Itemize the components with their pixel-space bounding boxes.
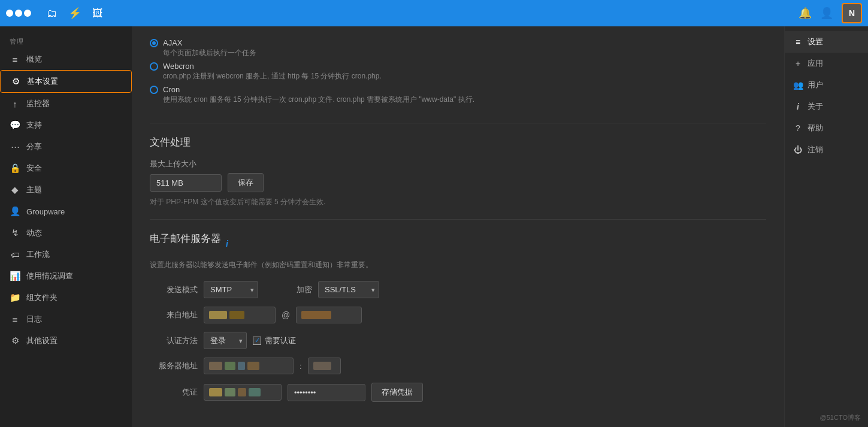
- rs-item-settings[interactable]: ≡ 设置: [785, 31, 868, 53]
- usage-survey-icon: 📊: [10, 271, 20, 281]
- file-handling-section: 文件处理 最大上传大小 保存 对于 PHP-FPM 这个值改变后可能需要 5 分…: [150, 135, 766, 207]
- colon-separator: :: [300, 362, 302, 371]
- sidebar-item-theme-label: 主题: [26, 184, 42, 195]
- cron-radio[interactable]: [150, 86, 158, 94]
- activity-icon[interactable]: ⚡: [68, 7, 81, 20]
- server-port-input[interactable]: [308, 358, 341, 374]
- store-credentials-button[interactable]: 存储凭据: [371, 383, 423, 402]
- sidebar-item-logs[interactable]: ≡ 日志: [0, 308, 132, 330]
- rs-item-about[interactable]: i 关于: [785, 96, 868, 117]
- sidebar-item-overview[interactable]: ≡ 概览: [0, 49, 132, 70]
- require-auth-text: 需要认证: [265, 335, 296, 346]
- from-address-domain-input[interactable]: [296, 307, 362, 323]
- require-auth-checkbox[interactable]: ✓: [253, 337, 261, 345]
- encryption-label: 加密: [264, 284, 312, 295]
- rs-about-label: 关于: [807, 101, 823, 112]
- sidebar-item-workflow[interactable]: 🏷 工作流: [0, 244, 132, 265]
- sidebar-item-group-folder-label: 组文件夹: [26, 292, 58, 303]
- logo[interactable]: [6, 10, 31, 17]
- sidebar-item-theme[interactable]: ◆ 主题: [0, 179, 132, 201]
- email-server-title-row: 电子邮件服务器 i: [150, 232, 766, 255]
- sidebar-item-basic-settings-label: 基本设置: [27, 76, 58, 87]
- cron-webcron-option[interactable]: Webcron cron.php 注册到 webcron 服务上, 通过 htt…: [150, 62, 766, 81]
- credentials-password-input[interactable]: [288, 384, 365, 401]
- php-fpm-note: 对于 PHP-FPM 这个值改变后可能需要 5 分钟才会生效.: [150, 197, 766, 207]
- notifications-icon[interactable]: 🔔: [799, 7, 812, 20]
- from-address-label: 来自地址: [150, 310, 198, 320]
- sidebar-item-usage-survey[interactable]: 📊 使用情况调查: [0, 265, 132, 287]
- ajax-label: AJAX: [163, 38, 256, 47]
- rs-item-logout[interactable]: ⏻ 注销: [785, 139, 868, 160]
- gallery-icon[interactable]: 🖼: [92, 7, 103, 20]
- rs-users-label: 用户: [807, 80, 823, 90]
- theme-icon: ◆: [10, 184, 20, 195]
- other-settings-icon: ⚙: [10, 335, 20, 346]
- right-sidebar: ≡ 设置 + 应用 👥 用户 i 关于 ? 帮助 ⏻ 注销: [784, 26, 868, 427]
- webcron-desc: cron.php 注册到 webcron 服务上, 通过 http 每 15 分…: [163, 71, 382, 81]
- workflow-icon: 🏷: [10, 250, 20, 260]
- rs-item-users[interactable]: 👥 用户: [785, 74, 868, 96]
- logs-icon: ≡: [10, 314, 20, 325]
- credentials-username-input[interactable]: [204, 384, 282, 401]
- cron-section: AJAX 每个页面加载后执行一个任务 Webcron cron.php 注册到 …: [150, 38, 766, 105]
- auth-method-select[interactable]: 登录 Plain NTLM: [204, 332, 247, 349]
- rs-item-help[interactable]: ? 帮助: [785, 117, 868, 139]
- rs-logout-label: 注销: [807, 144, 823, 155]
- sidebar-item-activity[interactable]: ↯ 动态: [0, 222, 132, 244]
- files-icon[interactable]: 🗂: [47, 7, 58, 20]
- email-server-title: 电子邮件服务器: [150, 232, 221, 246]
- topbar: 🗂 ⚡ 🖼 🔔 👤 N: [0, 0, 868, 26]
- sidebar-item-groupware[interactable]: 👤 Groupware: [0, 201, 132, 222]
- topbar-nav-icons: 🗂 ⚡ 🖼: [47, 7, 103, 20]
- rs-item-apps[interactable]: + 应用: [785, 53, 868, 74]
- rs-help-label: 帮助: [807, 123, 823, 134]
- groupware-icon: 👤: [10, 206, 20, 217]
- support-icon: 💬: [10, 120, 20, 131]
- sidebar-item-monitor[interactable]: ↑ 监控器: [0, 93, 132, 114]
- rs-users-icon: 👥: [793, 80, 803, 90]
- server-address-label: 服务器地址: [150, 361, 198, 371]
- cron-desc: 使用系统 cron 服务每 15 分钟执行一次 cron.php 文件. cro…: [163, 95, 474, 105]
- webcron-label: Webcron: [163, 62, 382, 71]
- contacts-icon[interactable]: 👤: [820, 7, 833, 20]
- sidebar: 管理 ≡ 概览 ⚙ 基本设置 ↑ 监控器 💬 支持 ⋯ 分享 🔒 安全 ◆ 主题: [0, 26, 132, 427]
- sidebar-item-other-settings-label: 其他设置: [26, 335, 58, 346]
- sidebar-item-share[interactable]: ⋯ 分享: [0, 136, 132, 158]
- cron-cron-option[interactable]: Cron 使用系统 cron 服务每 15 分钟执行一次 cron.php 文件…: [150, 85, 766, 105]
- sidebar-item-activity-label: 动态: [26, 228, 42, 238]
- send-mode-wrapper: SMTP Sendmail PHP mail: [204, 281, 258, 298]
- webcron-radio[interactable]: [150, 62, 158, 71]
- require-auth-label[interactable]: ✓ 需要认证: [253, 335, 296, 346]
- sidebar-item-other-settings[interactable]: ⚙ 其他设置: [0, 330, 132, 352]
- sidebar-section-title: 管理: [0, 31, 132, 49]
- sidebar-item-groupware-label: Groupware: [26, 207, 65, 216]
- send-mode-select[interactable]: SMTP Sendmail PHP mail: [204, 281, 258, 298]
- auth-method-row: 认证方法 登录 Plain NTLM ✓ 需要认证: [150, 332, 766, 349]
- rs-help-icon: ?: [793, 123, 803, 133]
- user-avatar[interactable]: N: [842, 3, 862, 23]
- encryption-select[interactable]: SSL/TLS STARTTLS None: [318, 281, 379, 298]
- server-address-input[interactable]: [204, 358, 294, 374]
- at-symbol: @: [282, 310, 290, 320]
- sidebar-item-group-folder[interactable]: 📁 组文件夹: [0, 287, 132, 308]
- max-upload-input[interactable]: [150, 174, 222, 192]
- send-mode-label: 发送模式: [150, 284, 198, 295]
- save-button[interactable]: 保存: [228, 173, 264, 192]
- from-address-local-input[interactable]: [204, 307, 276, 323]
- email-server-section: 电子邮件服务器 i 设置此服务器以能够发送电子邮件（例如密码重置和通知）非常重要…: [150, 232, 766, 402]
- topbar-right: 🔔 👤 N: [799, 3, 862, 23]
- email-description: 设置此服务器以能够发送电子邮件（例如密码重置和通知）非常重要。: [150, 260, 766, 270]
- activity2-icon: ↯: [10, 228, 20, 238]
- overview-icon: ≡: [10, 54, 20, 65]
- sidebar-item-support[interactable]: 💬 支持: [0, 114, 132, 136]
- email-info-icon[interactable]: i: [226, 239, 228, 249]
- sidebar-item-share-label: 分享: [26, 141, 42, 152]
- sidebar-item-security[interactable]: 🔒 安全: [0, 158, 132, 179]
- sidebar-item-basic-settings[interactable]: ⚙ 基本设置: [0, 70, 132, 93]
- ajax-radio[interactable]: [150, 39, 158, 47]
- cron-ajax-option[interactable]: AJAX 每个页面加载后执行一个任务: [150, 38, 766, 58]
- max-upload-label: 最大上传大小: [150, 159, 766, 169]
- security-icon: 🔒: [10, 163, 20, 174]
- content-area: AJAX 每个页面加载后执行一个任务 Webcron cron.php 注册到 …: [132, 26, 784, 427]
- divider-2: [150, 219, 766, 220]
